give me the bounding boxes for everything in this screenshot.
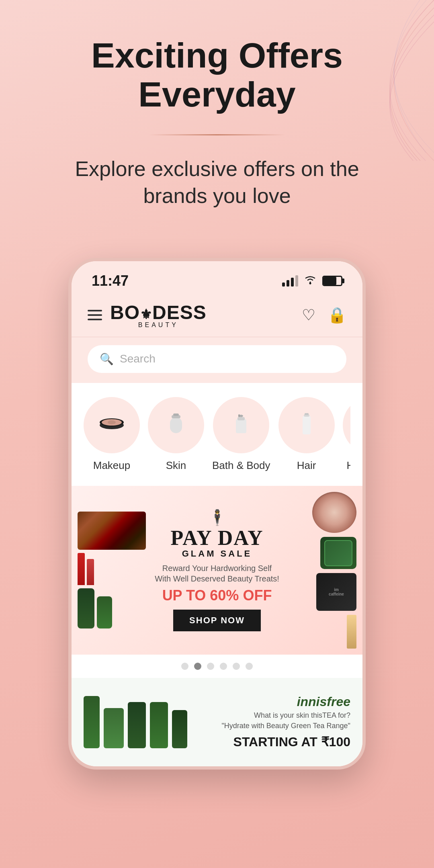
brand-logo: BO⚜DESS BEAUTY [110, 301, 207, 329]
innisfree-tagline-1: What is your skin thisTEA for? [199, 711, 350, 720]
shop-now-button[interactable]: SHOP NOW [173, 610, 261, 631]
search-section: 🔍 Search [72, 337, 362, 383]
svg-rect-8 [236, 419, 246, 433]
banner-section: imcaffeine 🕴 PAY DAY GLAM SALE Reward Yo… [72, 486, 362, 678]
category-skin[interactable]: Skin [148, 397, 204, 472]
banner-content: 🕴 PAY DAY GLAM SALE Reward Your Hardwork… [155, 509, 279, 631]
foundation-stick [347, 615, 356, 649]
dots-indicator [72, 655, 362, 678]
payday-title: PAY DAY [155, 528, 279, 549]
dot-2[interactable] [194, 663, 201, 670]
category-hair[interactable]: Hair [278, 397, 335, 472]
dot-1[interactable] [181, 663, 188, 670]
hero-divider [149, 134, 285, 135]
phone-container: 11:47 [0, 258, 434, 770]
search-placeholder: Search [120, 352, 156, 365]
header-left: BO⚜DESS BEAUTY [88, 301, 207, 329]
svg-rect-11 [238, 414, 240, 417]
dot-5[interactable] [233, 663, 240, 670]
hero-section: Exciting Offers Everyday Explore exclusi… [0, 0, 434, 258]
innisfree-bottle-2 [104, 708, 124, 748]
innisfree-info: innisfree What is your skin thisTEA for?… [199, 694, 350, 749]
hero-subtitle: Explore exclusive offers on the brands y… [64, 156, 370, 210]
category-makeup-label: Makeup [93, 459, 131, 472]
bodyshop-jar [320, 537, 356, 569]
category-hygiene[interactable]: Hygiene & [343, 397, 350, 472]
search-icon: 🔍 [100, 352, 114, 366]
header-right: ♡ 🔒 [302, 306, 346, 324]
battery-icon [322, 276, 342, 286]
payday-banner: imcaffeine 🕴 PAY DAY GLAM SALE Reward Yo… [72, 486, 362, 655]
wishlist-icon[interactable]: ♡ [302, 306, 315, 324]
signal-icon [282, 275, 298, 287]
svg-rect-5 [170, 417, 182, 433]
innisfree-tagline-2: "Hydrate with Beauty Green Tea Range" [199, 722, 350, 730]
svg-point-4 [108, 420, 116, 424]
category-bath-icon [213, 397, 269, 453]
category-bath[interactable]: Bath & Body [212, 397, 270, 472]
cart-icon[interactable]: 🔒 [328, 306, 346, 324]
payday-tagline: Reward Your Hardworking Self With Well D… [155, 563, 279, 584]
category-skin-icon [148, 397, 204, 453]
wifi-icon [304, 274, 317, 287]
innisfree-products [84, 696, 187, 748]
dot-3[interactable] [207, 663, 214, 670]
phone-mockup: 11:47 [68, 258, 366, 770]
category-hair-icon [278, 397, 335, 453]
innisfree-bottle-4 [150, 702, 168, 748]
category-makeup-icon [84, 397, 140, 453]
svg-rect-7 [173, 414, 179, 416]
svg-rect-14 [305, 413, 309, 415]
compact-mirror [312, 492, 356, 533]
innisfree-section: innisfree What is your skin thisTEA for?… [72, 678, 362, 766]
dot-6[interactable] [246, 663, 253, 670]
payday-subtitle: GLAM SALE [155, 549, 279, 559]
status-icons [282, 274, 342, 287]
category-skin-label: Skin [166, 459, 186, 472]
category-bath-label: Bath & Body [212, 459, 270, 472]
payday-figure-icon: 🕴 [155, 509, 279, 526]
innisfree-bottle-5 [172, 710, 187, 748]
caffeine-scrub: imcaffeine [316, 573, 356, 611]
hero-title: Exciting Offers Everyday [24, 36, 410, 114]
eyeshadow-palette [78, 512, 146, 550]
hamburger-menu[interactable] [88, 310, 102, 320]
categories-section: Makeup Skin [72, 383, 362, 486]
app-header: BO⚜DESS BEAUTY ♡ 🔒 [72, 293, 362, 337]
category-hair-label: Hair [297, 459, 316, 472]
innisfree-bottle-1 [84, 696, 100, 748]
svg-point-0 [309, 283, 311, 285]
category-hygiene-label: Hygiene & [347, 459, 350, 472]
category-hygiene-icon [343, 397, 350, 453]
search-bar[interactable]: 🔍 Search [88, 345, 346, 373]
categories-row: Makeup Skin [84, 397, 350, 472]
svg-rect-9 [237, 417, 245, 420]
innisfree-bottle-3 [128, 702, 146, 748]
innisfree-price: STARTING AT ₹100 [199, 734, 350, 749]
category-makeup[interactable]: Makeup [84, 397, 140, 472]
svg-rect-12 [303, 416, 311, 434]
payday-discount: UP TO 60% OFF [155, 587, 279, 604]
status-time: 11:47 [92, 272, 129, 289]
dot-4[interactable] [220, 663, 227, 670]
status-bar: 11:47 [72, 261, 362, 293]
innisfree-logo: innisfree [199, 694, 350, 709]
